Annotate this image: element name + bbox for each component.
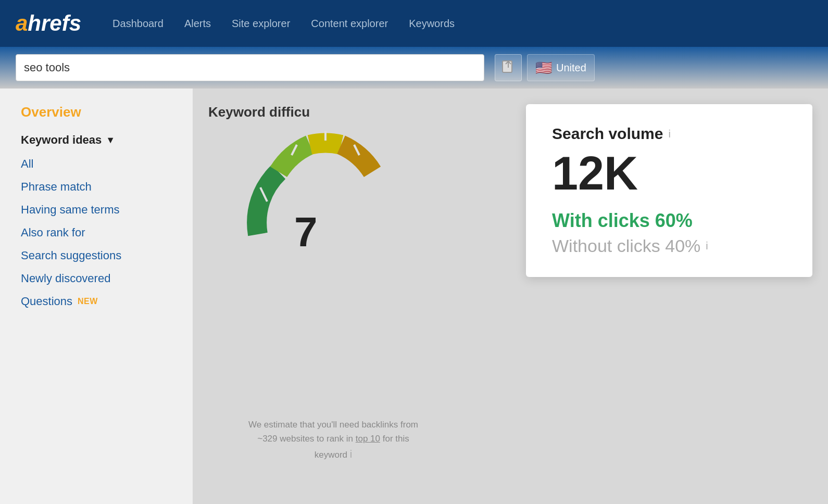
gauge-container <box>234 120 417 266</box>
right-content: Keyword difficu 7 <box>193 89 828 504</box>
sidebar-item-having-same-terms[interactable]: Having same terms <box>21 203 172 217</box>
sidebar-item-questions[interactable]: Questions NEW <box>21 295 172 308</box>
top10-link[interactable]: top 10 <box>356 434 380 444</box>
search-actions: 🇺🇸 United <box>495 54 595 81</box>
sidebar-item-also-rank-for[interactable]: Also rank for <box>21 226 172 240</box>
sv-with-clicks: With clicks 60% <box>552 210 786 232</box>
sidebar-links: All Phrase match Having same terms Also … <box>21 157 172 308</box>
keyword-ideas-label: Keyword ideas <box>21 133 102 147</box>
upload-icon <box>501 59 515 76</box>
sv-info-icon[interactable]: i <box>668 128 670 140</box>
keyword-ideas-section[interactable]: Keyword ideas ▼ <box>21 133 172 147</box>
backlinks-info-icon[interactable]: i <box>350 448 352 460</box>
logo-a: a <box>16 11 28 36</box>
sv-title: Search volume <box>552 125 663 143</box>
dropdown-arrow-icon: ▼ <box>106 135 115 146</box>
main-content: Overview Keyword ideas ▼ All Phrase matc… <box>0 89 828 504</box>
country-label: United <box>556 62 586 74</box>
sidebar: Overview Keyword ideas ▼ All Phrase matc… <box>0 89 193 504</box>
flag-icon: 🇺🇸 <box>535 60 552 76</box>
search-bar-area: 🇺🇸 United <box>0 47 828 89</box>
sidebar-item-all[interactable]: All <box>21 157 172 171</box>
search-input-wrapper <box>16 54 484 81</box>
nav-content-explorer[interactable]: Content explorer <box>311 18 388 30</box>
nav-site-explorer[interactable]: Site explorer <box>232 18 290 30</box>
top-navigation: ahrefs Dashboard Alerts Site explorer Co… <box>0 0 828 47</box>
search-input[interactable] <box>24 61 476 74</box>
sv-without-clicks-label: Without clicks 40% <box>552 236 700 256</box>
sidebar-item-newly-discovered[interactable]: Newly discovered <box>21 272 172 285</box>
nav-keywords[interactable]: Keywords <box>409 18 455 30</box>
gauge-chart <box>234 120 417 255</box>
sidebar-overview[interactable]: Overview <box>21 104 172 120</box>
nav-links: Dashboard Alerts Site explorer Content e… <box>112 18 455 30</box>
sidebar-item-search-suggestions[interactable]: Search suggestions <box>21 249 172 262</box>
upload-button[interactable] <box>495 54 522 81</box>
keyword-difficulty-label: Keyword difficu <box>208 104 310 120</box>
gauge-number: 7 <box>294 208 318 256</box>
backlinks-estimate: We estimate that you'll need backlinks f… <box>245 418 422 462</box>
sv-without-clicks: Without clicks 40% i <box>552 236 786 256</box>
sv-without-clicks-info-icon[interactable]: i <box>706 240 708 252</box>
logo-rest: hrefs <box>28 11 81 36</box>
sidebar-item-phrase-match[interactable]: Phrase match <box>21 180 172 194</box>
new-badge: NEW <box>78 297 98 306</box>
sv-header: Search volume i <box>552 125 786 143</box>
sv-value: 12K <box>552 148 786 199</box>
logo[interactable]: ahrefs <box>16 11 81 36</box>
nav-dashboard[interactable]: Dashboard <box>112 18 164 30</box>
search-volume-card: Search volume i 12K With clicks 60% With… <box>526 104 812 277</box>
nav-alerts[interactable]: Alerts <box>184 18 211 30</box>
country-selector[interactable]: 🇺🇸 United <box>527 54 595 81</box>
